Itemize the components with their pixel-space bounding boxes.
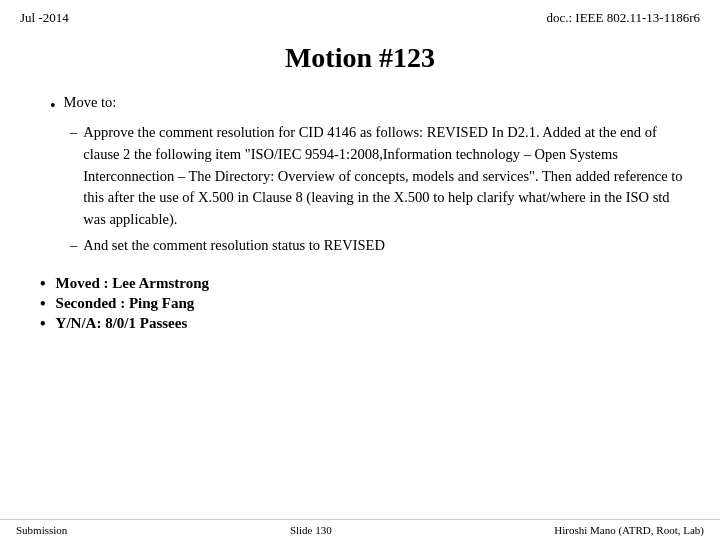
footer-left: Submission xyxy=(16,524,67,536)
footer-right: Hiroshi Mano (ATRD, Root, Lab) xyxy=(554,524,704,536)
moved-bullet: • Moved : Lee Armstrong xyxy=(40,275,690,293)
bullet-icon: • xyxy=(50,94,56,118)
move-to-label: Move to: xyxy=(64,92,117,114)
sub-item-1-text: Approve the comment resolution for CID 4… xyxy=(83,122,690,231)
header: Jul -2014 doc.: IEEE 802.11-13-1186r6 xyxy=(0,0,720,32)
seconded-bullet: • Seconded : Ping Fang xyxy=(40,295,690,313)
yna-label: Y/N/A: 8/0/1 Passees xyxy=(56,315,188,332)
bullet-icon-yna: • xyxy=(40,315,46,333)
dash-2: – xyxy=(70,235,77,257)
footer: Submission Slide 130 Hiroshi Mano (ATRD,… xyxy=(0,519,720,540)
yna-bullet: • Y/N/A: 8/0/1 Passees xyxy=(40,315,690,333)
bullet-icon-moved: • xyxy=(40,275,46,293)
slide: Jul -2014 doc.: IEEE 802.11-13-1186r6 Mo… xyxy=(0,0,720,540)
dash-1: – xyxy=(70,122,77,144)
header-left: Jul -2014 xyxy=(20,10,69,26)
sub-item-2: – And set the comment resolution status … xyxy=(50,235,690,257)
moved-label: Moved : Lee Armstrong xyxy=(56,275,209,292)
sub-item-2-text: And set the comment resolution status to… xyxy=(83,235,690,257)
page-title: Motion #123 xyxy=(0,32,720,92)
sub-item-1: – Approve the comment resolution for CID… xyxy=(50,122,690,231)
header-right: doc.: IEEE 802.11-13-1186r6 xyxy=(546,10,700,26)
move-to-bullet: • Move to: xyxy=(50,92,690,118)
main-content: • Move to: – Approve the comment resolut… xyxy=(0,92,720,257)
seconded-label: Seconded : Ping Fang xyxy=(56,295,195,312)
bullet-icon-seconded: • xyxy=(40,295,46,313)
bottom-bullets: • Moved : Lee Armstrong • Seconded : Pin… xyxy=(0,261,720,333)
footer-center: Slide 130 xyxy=(290,524,332,536)
